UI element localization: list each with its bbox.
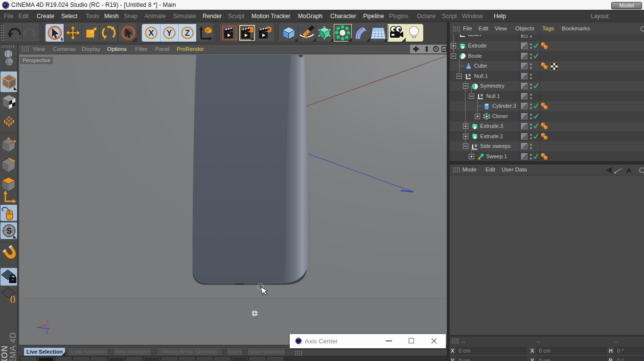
- svg-text:X: X: [46, 319, 49, 324]
- svg-text:Z: Z: [46, 329, 48, 335]
- svg-text:(): (): [10, 294, 15, 303]
- svg-text:Y: Y: [166, 28, 172, 38]
- svg-text:Z: Z: [185, 28, 190, 38]
- svg-text:Y: Y: [35, 312, 39, 317]
- svg-text:X: X: [148, 28, 154, 38]
- svg-text:S: S: [6, 227, 12, 235]
